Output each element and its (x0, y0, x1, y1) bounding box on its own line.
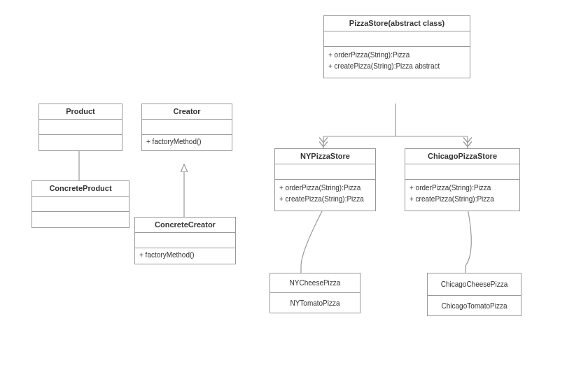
ny-tomato-pizza: NYTomatoPizza (270, 293, 360, 313)
product-header: Product (39, 104, 122, 120)
pizza-store-box: PizzaStore(abstract class) + orderPizza(… (323, 15, 470, 78)
creator-header: Creator (142, 104, 232, 120)
chicago-pizza-store-section2: + orderPizza(String):Pizza + createPizza… (405, 180, 519, 211)
product-section1 (39, 120, 122, 135)
creator-section1 (142, 120, 232, 135)
chicago-pizza-store-box: ChicagoPizzaStore + orderPizza(String):P… (405, 148, 520, 211)
ny-pizzas-box: NYCheesePizza NYTomatoPizza (270, 273, 360, 313)
concrete-creator-section2: + factoryMethod() (135, 248, 235, 264)
concrete-product-header: ConcreteProduct (32, 181, 129, 197)
chicago-pizza-store-header: ChicagoPizzaStore (405, 149, 519, 164)
product-section2 (39, 135, 122, 150)
pizza-store-section1 (324, 31, 470, 47)
concrete-creator-section1 (135, 233, 235, 248)
pizza-store-section2: + orderPizza(String):Pizza + createPizza… (324, 47, 470, 78)
ny-cheese-pizza: NYCheesePizza (270, 273, 360, 293)
chicago-cheese-pizza: ChicagoCheesePizza (428, 273, 521, 296)
ny-pizza-store-box: NYPizzaStore + orderPizza(String):Pizza … (274, 148, 376, 211)
concrete-product-section2 (32, 212, 129, 227)
concrete-creator-header: ConcreteCreator (135, 218, 235, 233)
concrete-creator-box: ConcreteCreator + factoryMethod() (134, 217, 236, 264)
product-box: Product (38, 104, 122, 151)
creator-box: Creator + factoryMethod() (141, 104, 232, 151)
chicago-pizza-store-section1 (405, 164, 519, 180)
diagram-container: Product ConcreteProduct Creator + factor… (0, 0, 588, 377)
ny-pizza-store-section1 (275, 164, 375, 180)
concrete-product-box: ConcreteProduct (31, 180, 130, 228)
pizza-store-header: PizzaStore(abstract class) (324, 16, 470, 31)
ny-pizza-store-header: NYPizzaStore (275, 149, 375, 164)
creator-section2: + factoryMethod() (142, 135, 232, 150)
concrete-product-section1 (32, 197, 129, 212)
ny-pizza-store-section2: + orderPizza(String):Pizza + createPizza… (275, 180, 375, 211)
chicago-tomato-pizza: ChicagoTomatoPizza (428, 296, 521, 315)
chicago-pizzas-box: ChicagoCheesePizza ChicagoTomatoPizza (427, 273, 522, 316)
